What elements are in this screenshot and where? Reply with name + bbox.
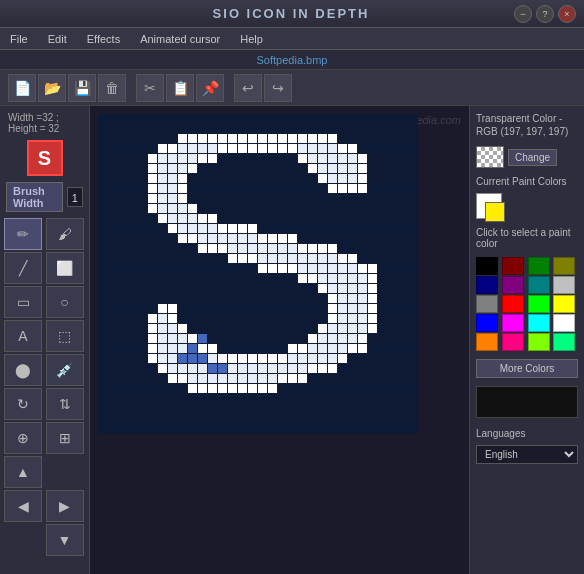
menu-help[interactable]: Help	[236, 31, 267, 47]
menu-animated-cursor[interactable]: Animated cursor	[136, 31, 224, 47]
pixel-canvas[interactable]	[98, 114, 418, 434]
delete-button[interactable]: 🗑	[98, 74, 126, 102]
palette-color[interactable]	[528, 333, 550, 351]
palette-color[interactable]	[476, 295, 498, 313]
copy-button[interactable]: 📋	[166, 74, 194, 102]
palette-color[interactable]	[502, 314, 524, 332]
title-bar: SIO ICON IN DEPTH − ? ×	[0, 0, 584, 28]
close-button[interactable]: ×	[558, 5, 576, 23]
brush-tool[interactable]: 🖌	[46, 218, 84, 250]
paste-button[interactable]: 📌	[196, 74, 224, 102]
line-tool[interactable]: ╱	[4, 252, 42, 284]
grid-tool[interactable]: ⊞	[46, 422, 84, 454]
color-palette	[476, 257, 578, 351]
help-button[interactable]: ?	[536, 5, 554, 23]
canvas-area[interactable]: www.Softpedia.com	[90, 106, 469, 574]
main-area: Width =32 ; Height = 32 S Brush Width 1 …	[0, 106, 584, 574]
undo-button[interactable]: ↩	[234, 74, 262, 102]
paint-swatch-row	[476, 193, 578, 219]
flip-tool[interactable]: ⇅	[46, 388, 84, 420]
menu-bar: File Edit Effects Animated cursor Help	[0, 28, 584, 50]
tool-panel: Width =32 ; Height = 32 S Brush Width 1 …	[0, 106, 90, 574]
window-controls: − ? ×	[514, 5, 576, 23]
filename-bar: Softpedia.bmp	[0, 50, 584, 70]
change-button[interactable]: Change	[508, 149, 557, 166]
palette-color[interactable]	[476, 276, 498, 294]
palette-color[interactable]	[553, 333, 575, 351]
palette-color[interactable]	[553, 314, 575, 332]
dotted-rect-tool[interactable]: ⬚	[46, 320, 84, 352]
palette-color[interactable]	[528, 257, 550, 275]
language-select[interactable]: English	[476, 445, 578, 464]
palette-color[interactable]	[502, 295, 524, 313]
rect-tool[interactable]: ▭	[4, 286, 42, 318]
eyedropper-tool[interactable]: 💉	[46, 354, 84, 386]
tool-grid: ✏ 🖌 ╱ ⬜ ▭ ○ A ⬚ ⬤ 💉 ↻ ⇅ ⊕ ⊞ ▲ ◀ ▶	[4, 218, 85, 556]
brush-width-label: Brush Width	[6, 182, 63, 212]
palette-color[interactable]	[528, 276, 550, 294]
left-tool[interactable]: ◀	[4, 490, 42, 522]
palette-color[interactable]	[553, 295, 575, 313]
right-tool[interactable]: ▶	[46, 490, 84, 522]
save-button[interactable]: 💾	[68, 74, 96, 102]
languages-label: Languages	[476, 428, 578, 439]
redo-button[interactable]: ↪	[264, 74, 292, 102]
rotate-tool[interactable]: ↻	[4, 388, 42, 420]
down-tool[interactable]: ▼	[46, 524, 84, 556]
current-paint-label: Current Paint Colors	[476, 176, 578, 187]
palette-color[interactable]	[553, 276, 575, 294]
palette-color[interactable]	[476, 257, 498, 275]
menu-edit[interactable]: Edit	[44, 31, 71, 47]
paint-swatch-background[interactable]	[476, 193, 502, 219]
up-tool[interactable]: ▲	[4, 456, 42, 488]
fill-tool[interactable]: ⬤	[4, 354, 42, 386]
palette-color[interactable]	[476, 333, 498, 351]
eraser-tool[interactable]: ⬜	[46, 252, 84, 284]
brush-width-value[interactable]: 1	[67, 187, 83, 207]
size-info: Width =32 ; Height = 32	[4, 110, 85, 136]
change-row: Change	[476, 146, 578, 168]
filename-label: Softpedia.bmp	[257, 54, 328, 66]
cut-button[interactable]: ✂	[136, 74, 164, 102]
minimize-button[interactable]: −	[514, 5, 532, 23]
zoom-in-tool[interactable]: ⊕	[4, 422, 42, 454]
palette-color[interactable]	[528, 314, 550, 332]
transparent-color-label: Transparent Color - RGB (197, 197, 197)	[476, 112, 578, 138]
new-button[interactable]: 📄	[8, 74, 36, 102]
paint-swatch-foreground[interactable]	[485, 202, 505, 222]
ellipse-tool[interactable]: ○	[46, 286, 84, 318]
menu-file[interactable]: File	[6, 31, 32, 47]
palette-color[interactable]	[476, 314, 498, 332]
black-swatch	[476, 386, 578, 418]
palette-color[interactable]	[502, 257, 524, 275]
palette-color[interactable]	[502, 333, 524, 351]
app-title: SIO ICON IN DEPTH	[68, 6, 514, 21]
menu-effects[interactable]: Effects	[83, 31, 124, 47]
transparent-swatch	[476, 146, 504, 168]
text-tool[interactable]: A	[4, 320, 42, 352]
icon-preview: S	[27, 140, 63, 176]
click-select-label: Click to select a paint color	[476, 227, 578, 249]
right-panel: Transparent Color - RGB (197, 197, 197) …	[469, 106, 584, 574]
palette-color[interactable]	[553, 257, 575, 275]
palette-color[interactable]	[502, 276, 524, 294]
brush-width-row: Brush Width 1	[4, 182, 85, 212]
more-colors-button[interactable]: More Colors	[476, 359, 578, 378]
palette-color[interactable]	[528, 295, 550, 313]
toolbar: 📄 📂 💾 🗑 ✂ 📋 📌 ↩ ↪	[0, 70, 584, 106]
pencil-tool[interactable]: ✏	[4, 218, 42, 250]
open-button[interactable]: 📂	[38, 74, 66, 102]
